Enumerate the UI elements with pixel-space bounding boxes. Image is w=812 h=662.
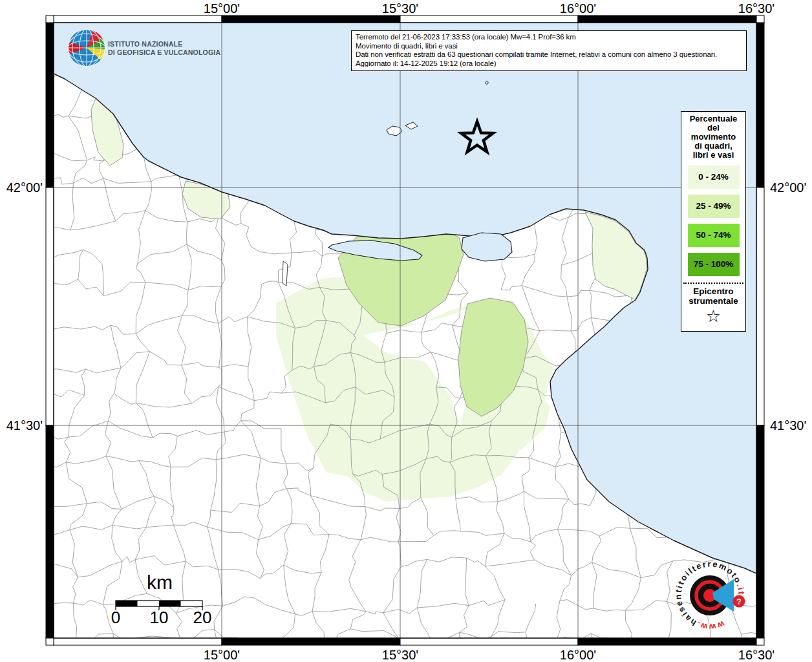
event-info-line-2: Movimento di quadri, libri e vasi <box>356 42 742 51</box>
event-info-line-3: Dati non verificati estratti da 63 quest… <box>356 50 742 59</box>
map-report-page: www.haisentitoilterremoto.it ? 15°00' 15… <box>0 0 812 662</box>
scale-bar-unit: km <box>137 571 182 593</box>
event-info-line-1: Terremoto del 21-06-2023 17:33:53 (ora l… <box>356 33 742 42</box>
axis-label-top-lon1: 15°00' <box>193 1 251 16</box>
legend-class-swatch-0-24: 0 - 24% <box>688 166 740 189</box>
axis-label-bottom-lon2: 15°30' <box>371 648 429 662</box>
legend-title-line: Percentuale <box>681 114 745 123</box>
axis-label-left-lat1: 42°00' <box>0 180 43 195</box>
ingv-globe-icon <box>68 29 105 67</box>
epicenter-label-line: Epicentro <box>681 286 745 296</box>
epicenter-legend-star-icon: ☆ <box>681 308 745 325</box>
ingv-line-2: DI GEOFISICA E VULCANOLOGIA <box>108 48 220 57</box>
axis-label-left-lat2: 41°30' <box>0 418 43 433</box>
island-pianosa <box>486 81 488 84</box>
legend-class-swatch-25-49: 25 - 49% <box>688 195 740 218</box>
legend-title-line: movimento <box>681 133 745 142</box>
axis-label-bottom-lon3: 16°00' <box>549 648 607 662</box>
ingv-wordmark: ISTITUTO NAZIONALE DI GEOFISICA E VULCAN… <box>108 40 220 56</box>
legend-class-swatch-75-100: 75 - 100% <box>688 253 740 276</box>
legend-divider <box>683 283 743 284</box>
axis-label-top-lon4: 16°30' <box>727 1 785 16</box>
legend-panel: Percentuale del movimento di quadri, lib… <box>681 111 746 332</box>
axis-label-bottom-lon4: 16°30' <box>727 648 785 662</box>
scale-tick-20: 20 <box>183 608 222 628</box>
legend-title-line: libri e vasi <box>681 151 745 160</box>
scale-tick-10: 10 <box>140 608 178 628</box>
lake-varano <box>462 233 512 261</box>
axis-label-right-lat2: 41°30' <box>770 418 812 433</box>
event-info-line-4: Aggiornato il: 14-12-2025 19:12 (ora loc… <box>356 59 742 69</box>
legend-title-line: di quadri, <box>681 142 745 151</box>
event-info-box: Terremoto del 21-06-2023 17:33:53 (ora l… <box>351 30 747 71</box>
question-mark-icon: ? <box>736 597 742 606</box>
legend-title-line: del <box>681 123 745 133</box>
scale-tick-0: 0 <box>96 608 135 628</box>
axis-label-bottom-lon1: 15°00' <box>193 648 251 662</box>
axis-label-top-lon3: 16°00' <box>549 1 607 16</box>
axis-label-right-lat1: 42°00' <box>770 180 812 195</box>
axis-label-top-lon2: 15°30' <box>371 1 429 16</box>
ingv-line-1: ISTITUTO NAZIONALE <box>108 40 220 48</box>
legend-class-swatch-50-74: 50 - 74% <box>688 224 740 247</box>
epicenter-label-line: strumentale <box>681 296 745 306</box>
